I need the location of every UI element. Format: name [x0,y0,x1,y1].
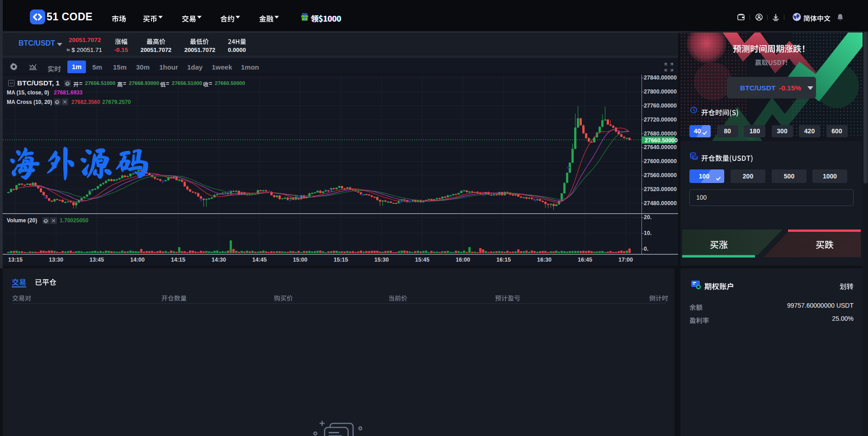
svg-text:14:45: 14:45 [252,257,267,263]
svg-text:27840.00000: 27840.00000 [644,75,677,81]
svg-text:16:45: 16:45 [578,257,592,263]
svg-text:15:45: 15:45 [415,257,429,263]
svg-text:15:00: 15:00 [293,257,307,263]
svg-text:27660.50000: 27660.50000 [645,137,678,144]
svg-text:17:00: 17:00 [618,257,633,263]
svg-text:14:00: 14:00 [130,257,145,263]
svg-text:27760.00000: 27760.00000 [644,103,677,109]
svg-text:27680.00000: 27680.00000 [644,131,677,137]
svg-text:15:30: 15:30 [374,257,389,263]
svg-text:0.: 0. [644,246,648,252]
svg-text:27520.00000: 27520.00000 [644,186,677,192]
svg-text:27640.00000: 27640.00000 [644,144,677,150]
svg-text:20.: 20. [644,214,651,220]
svg-text:13:45: 13:45 [90,257,104,263]
svg-text:16:00: 16:00 [456,257,470,263]
svg-text:14:30: 14:30 [212,257,226,263]
svg-text:27480.00000: 27480.00000 [644,200,677,206]
svg-text:16:15: 16:15 [496,257,511,263]
svg-text:13:30: 13:30 [49,257,63,263]
svg-text:10.: 10. [644,230,651,236]
svg-text:27720.00000: 27720.00000 [644,117,677,123]
svg-text:16:30: 16:30 [537,257,552,263]
svg-text:27600.00000: 27600.00000 [644,158,677,164]
svg-text:27800.00000: 27800.00000 [644,89,677,95]
svg-text:27560.00000: 27560.00000 [644,172,677,178]
svg-text:15:15: 15:15 [334,257,348,263]
svg-text:13:15: 13:15 [8,257,23,263]
svg-text:14:15: 14:15 [171,257,185,263]
